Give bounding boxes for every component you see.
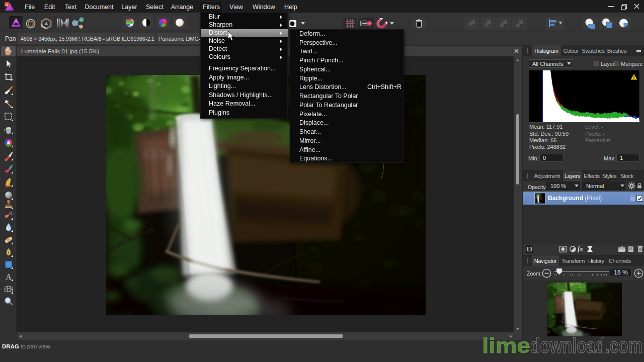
svg-text:download.com: download.com [530, 334, 642, 357]
svg-text:B: B [6, 3, 9, 7]
svg-text:A: A [6, 273, 12, 281]
svg-text:lime: lime [482, 334, 530, 357]
